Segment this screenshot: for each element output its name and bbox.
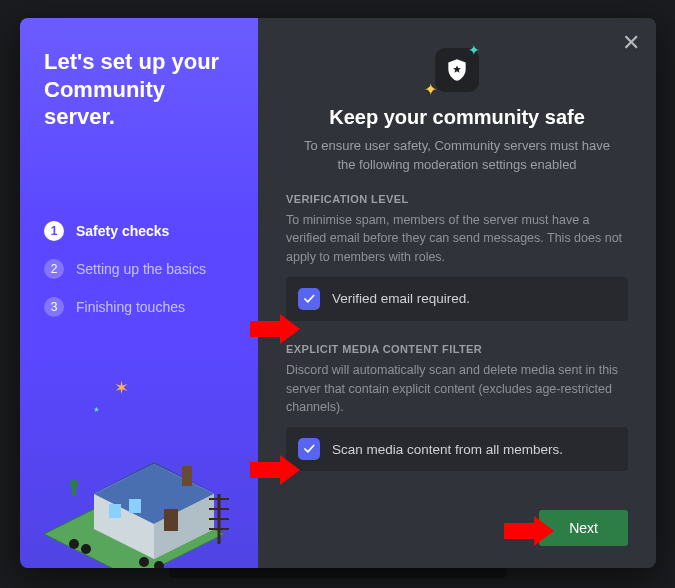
step-finishing-touches[interactable]: 3 Finishing touches xyxy=(44,297,234,317)
checkbox-checked-icon[interactable] xyxy=(298,438,320,460)
step-label: Setting up the basics xyxy=(76,261,206,277)
step-number: 3 xyxy=(44,297,64,317)
main-subheading: To ensure user safety, Community servers… xyxy=(286,137,628,175)
step-label: Safety checks xyxy=(76,223,169,239)
svg-marker-23 xyxy=(250,314,300,344)
svg-rect-6 xyxy=(164,509,178,531)
step-setting-up-basics[interactable]: 2 Setting up the basics xyxy=(44,259,234,279)
explicit-filter-title: EXPLICIT MEDIA CONTENT FILTER xyxy=(286,343,628,355)
svg-point-17 xyxy=(139,557,149,567)
svg-marker-25 xyxy=(504,516,554,546)
modal-footer: Next xyxy=(286,510,628,546)
step-label: Finishing touches xyxy=(76,299,185,315)
svg-point-16 xyxy=(81,544,91,554)
svg-text:⋆: ⋆ xyxy=(92,401,101,417)
annotation-arrow-icon xyxy=(250,455,300,485)
checkbox-label: Verified email required. xyxy=(332,291,470,306)
svg-rect-8 xyxy=(129,499,141,513)
sparkle-icon: ✦ xyxy=(468,42,480,58)
modal-main: ✕ ✦ ✦ Keep your community safe To ensure… xyxy=(258,18,656,568)
svg-marker-24 xyxy=(250,455,300,485)
svg-point-15 xyxy=(69,539,79,549)
svg-rect-20 xyxy=(72,484,76,496)
verified-email-checkbox-row[interactable]: Verified email required. xyxy=(286,277,628,321)
svg-rect-7 xyxy=(109,504,121,518)
sidebar-title: Let's set up your Community server. xyxy=(44,48,234,131)
checkbox-checked-icon[interactable] xyxy=(298,288,320,310)
verification-level-desc: To minimise spam, members of the server … xyxy=(286,211,628,267)
svg-rect-9 xyxy=(182,466,192,486)
annotation-arrow-icon xyxy=(504,516,554,546)
explicit-filter-desc: Discord will automatically scan and dele… xyxy=(286,361,628,417)
sparkle-icon: ✦ xyxy=(424,80,437,99)
step-number: 2 xyxy=(44,259,64,279)
main-heading: Keep your community safe xyxy=(286,106,628,129)
scan-media-checkbox-row[interactable]: Scan media content from all members. xyxy=(286,427,628,471)
setup-steps: 1 Safety checks 2 Setting up the basics … xyxy=(44,221,234,317)
annotation-arrow-icon xyxy=(250,314,300,344)
step-number: 1 xyxy=(44,221,64,241)
header-icon-wrap: ✦ ✦ xyxy=(286,48,628,92)
sidebar-illustration: ✶ ⋆ xyxy=(20,344,274,568)
step-safety-checks[interactable]: 1 Safety checks xyxy=(44,221,234,241)
checkbox-label: Scan media content from all members. xyxy=(332,442,563,457)
verification-level-title: VERIFICATION LEVEL xyxy=(286,193,628,205)
modal-sidebar: Let's set up your Community server. 1 Sa… xyxy=(20,18,258,568)
svg-text:✶: ✶ xyxy=(114,378,129,398)
community-setup-modal: Let's set up your Community server. 1 Sa… xyxy=(20,18,656,568)
